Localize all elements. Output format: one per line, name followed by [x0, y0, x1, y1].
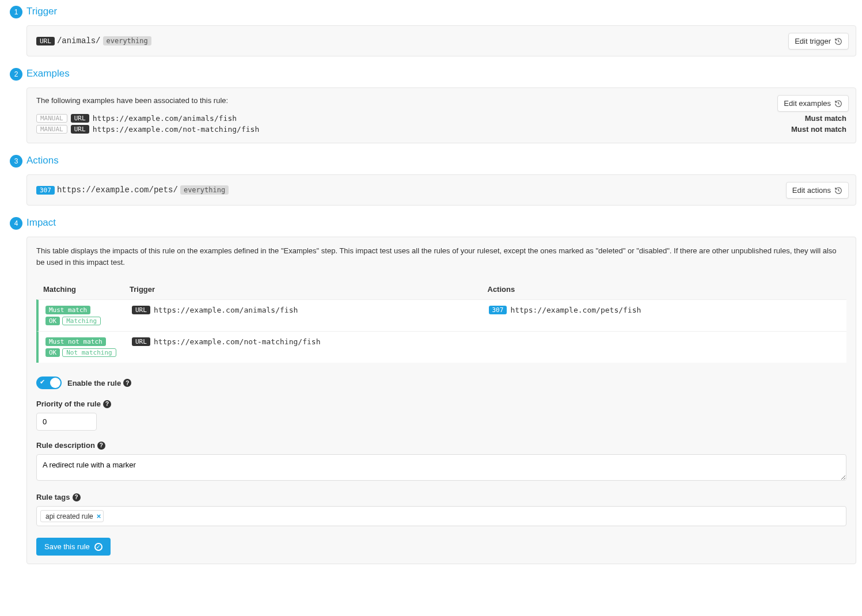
- history-icon: [834, 187, 842, 195]
- enable-rule-toggle[interactable]: ✔: [36, 377, 62, 389]
- status-code-badge: 307: [36, 186, 55, 195]
- help-icon[interactable]: ?: [73, 493, 81, 501]
- edit-actions-label: Edit actions: [792, 186, 831, 195]
- history-icon: [834, 37, 842, 45]
- status-code-badge: 307: [489, 306, 507, 314]
- url-badge: URL: [132, 337, 150, 346]
- col-header-trigger: Trigger: [130, 285, 488, 294]
- toggle-knob: [50, 378, 60, 388]
- step-title-impact: Impact: [26, 217, 856, 237]
- enable-rule-label: Enable the rule: [67, 379, 121, 387]
- impact-description: This table displays the impacts of this …: [36, 245, 846, 268]
- step-number-col: 1: [6, 6, 26, 21]
- step-actions: 3 Actions Edit actions 307 https://examp…: [6, 155, 856, 217]
- impact-table: Matching Trigger Actions Must match OK M…: [36, 279, 846, 363]
- manual-badge: MANUAL: [36, 114, 67, 123]
- must-match-badge: Must match: [45, 306, 90, 314]
- edit-trigger-button[interactable]: Edit trigger: [788, 33, 849, 50]
- description-input[interactable]: [36, 454, 846, 481]
- action-marker: everything: [180, 185, 229, 195]
- step-number-badge: 2: [10, 68, 22, 81]
- actions-card: Edit actions 307 https://example.com/pet…: [26, 174, 856, 206]
- trigger-path: /animals/: [57, 36, 101, 45]
- url-badge: URL: [36, 37, 55, 45]
- check-circle-icon: ✓: [94, 543, 102, 551]
- matching-status-badge: Matching: [62, 317, 101, 325]
- save-rule-label: Save this rule: [44, 542, 90, 551]
- edit-examples-button[interactable]: Edit examples: [777, 95, 849, 112]
- url-badge: URL: [132, 306, 150, 314]
- step-number-badge: 1: [10, 6, 22, 18]
- trigger-card: Edit trigger URL /animals/ everything: [26, 25, 856, 56]
- impact-row: Must match OK Matching URL https://examp…: [36, 299, 846, 331]
- example-result: Must match: [805, 114, 846, 123]
- description-field: Rule description ?: [36, 441, 846, 482]
- step-title-actions: Actions: [26, 155, 856, 174]
- step-title-examples: Examples: [26, 68, 856, 88]
- tag-text: api created rule: [45, 512, 93, 520]
- priority-field: Priority of the rule ?: [36, 400, 846, 431]
- help-icon[interactable]: ?: [123, 379, 131, 387]
- priority-input[interactable]: [36, 413, 97, 431]
- help-icon[interactable]: ?: [97, 442, 105, 450]
- matching-status-badge: Not matching: [62, 348, 116, 357]
- url-badge: URL: [71, 125, 89, 134]
- save-rule-button[interactable]: Save this rule ✓: [36, 538, 111, 556]
- edit-actions-button[interactable]: Edit actions: [786, 182, 849, 199]
- check-icon: ✔: [40, 378, 45, 386]
- help-icon[interactable]: ?: [103, 400, 111, 408]
- action-target: https://example.com/pets/: [57, 185, 178, 195]
- ok-badge: OK: [45, 348, 60, 357]
- edit-trigger-label: Edit trigger: [795, 37, 831, 45]
- step-number-badge: 3: [10, 155, 22, 168]
- enable-rule-row: ✔ Enable the rule ?: [36, 377, 846, 389]
- trigger-url: https://example.com/animals/fish: [154, 306, 298, 314]
- tags-label: Rule tags: [36, 493, 70, 501]
- tags-field: Rule tags ? api created rule ×: [36, 493, 846, 526]
- url-badge: URL: [71, 114, 89, 123]
- step-trigger: 1 Trigger Edit trigger URL /animals/ eve…: [6, 6, 856, 68]
- col-header-actions: Actions: [488, 285, 840, 294]
- step-title-trigger: Trigger: [26, 6, 856, 25]
- tags-input[interactable]: api created rule ×: [36, 506, 846, 526]
- col-header-matching: Matching: [43, 285, 130, 294]
- trigger-url: https://example.com/not-matching/fish: [154, 337, 321, 346]
- priority-label: Priority of the rule: [36, 400, 101, 408]
- tag-chip: api created rule ×: [40, 510, 104, 522]
- history-icon: [834, 100, 842, 108]
- example-url: https://example.com/animals/fish: [93, 114, 802, 123]
- step-impact: 4 Impact This table displays the impacts…: [6, 217, 856, 576]
- impact-table-header: Matching Trigger Actions: [36, 279, 846, 299]
- step-examples: 2 Examples Edit examples The following e…: [6, 68, 856, 155]
- edit-examples-label: Edit examples: [784, 99, 831, 108]
- step-number-badge: 4: [10, 217, 22, 230]
- example-result: Must not match: [791, 125, 846, 134]
- description-label: Rule description: [36, 441, 95, 450]
- trigger-content: URL /animals/ everything: [36, 34, 846, 48]
- impact-card: This table displays the impacts of this …: [26, 237, 856, 564]
- examples-description: The following examples have been associa…: [36, 96, 846, 105]
- action-url: https://example.com/pets/fish: [510, 306, 641, 314]
- examples-card: Edit examples The following examples hav…: [26, 88, 856, 143]
- example-row: MANUAL URL https://example.com/not-match…: [36, 124, 846, 135]
- trigger-marker: everything: [103, 36, 151, 45]
- manual-badge: MANUAL: [36, 125, 67, 134]
- example-row: MANUAL URL https://example.com/animals/f…: [36, 113, 846, 124]
- actions-content: 307 https://example.com/pets/ everything: [36, 183, 846, 197]
- remove-tag-icon[interactable]: ×: [97, 512, 101, 520]
- must-not-match-badge: Must not match: [45, 337, 106, 346]
- ok-badge: OK: [45, 317, 60, 325]
- example-url: https://example.com/not-matching/fish: [93, 125, 788, 134]
- impact-row: Must not match OK Not matching URL https…: [36, 331, 846, 363]
